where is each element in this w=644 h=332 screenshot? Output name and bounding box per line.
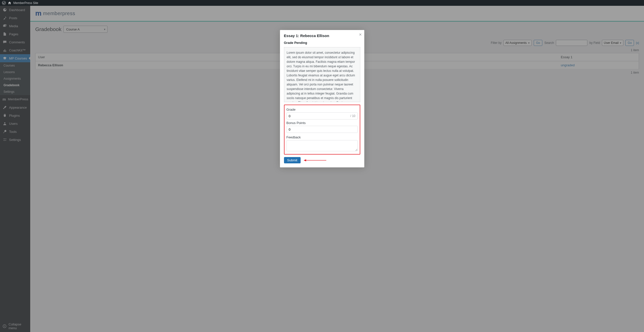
grade-outof: / 10 — [350, 114, 355, 118]
grade-modal: × Essay 1: Rebecca Ellison Grade Pending… — [280, 30, 364, 167]
home-icon[interactable] — [8, 1, 11, 5]
bonus-input[interactable] — [287, 126, 358, 133]
modal-title: Essay 1: Rebecca Ellison — [284, 34, 360, 38]
wordpress-logo-icon[interactable] — [2, 1, 6, 5]
feedback-textarea[interactable] — [287, 140, 358, 151]
submit-button[interactable]: Submit — [284, 157, 301, 163]
site-name[interactable]: MemberPress Site — [13, 1, 38, 5]
grade-form-highlight: Grade / 10 Bonus Points Feedback — [284, 105, 360, 155]
svg-marker-5 — [304, 159, 306, 161]
essay-content[interactable]: Lorem ipsum dolor sit amet, consectetur … — [284, 47, 360, 102]
arrow-annotation-icon — [304, 159, 326, 162]
grade-input[interactable] — [287, 113, 349, 119]
bonus-label: Bonus Points — [287, 121, 358, 125]
feedback-label: Feedback — [287, 135, 358, 139]
modal-overlay[interactable]: × Essay 1: Rebecca Ellison Grade Pending… — [0, 6, 644, 332]
admin-toolbar: MemberPress Site — [0, 0, 644, 6]
grade-label: Grade — [287, 108, 358, 111]
essay-paragraph: Lorem ipsum dolor sit amet, consectetur … — [287, 50, 357, 102]
grade-status: Grade Pending — [284, 41, 360, 45]
close-icon[interactable]: × — [359, 32, 362, 37]
